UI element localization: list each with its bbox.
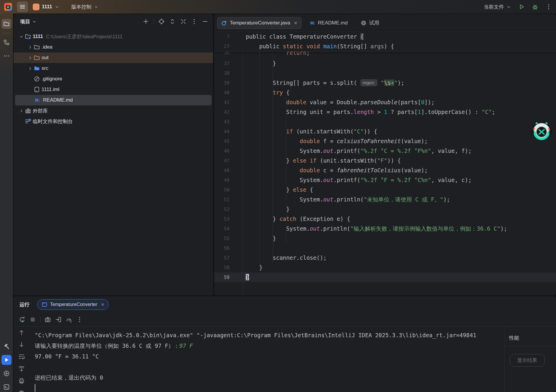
editor-tab-TemperatureConverter.java[interactable]: TemperatureConverter.java×: [217, 17, 301, 29]
collapse-all-button[interactable]: [180, 18, 187, 25]
line-number: 57: [214, 253, 230, 263]
run-panel-title: 运行: [19, 301, 29, 308]
regex-inlay-hint: regex:: [360, 79, 377, 86]
tree-row-.idea[interactable]: .idea: [14, 42, 213, 52]
line-number: 39: [214, 78, 230, 88]
chevron-right-icon[interactable]: [28, 55, 33, 60]
code-line[interactable]: 41 double value = Double.parseDouble(par…: [214, 97, 556, 107]
prev-occurrence-button[interactable]: [18, 329, 25, 336]
tree-row-1111[interactable]: 1111C:\Users\王彦舒\IdeaProjects\1111: [14, 31, 213, 42]
run-button[interactable]: [518, 4, 525, 10]
code-line[interactable]: 43: [214, 117, 556, 127]
more-actions-button[interactable]: [545, 4, 552, 10]
code-line[interactable]: 48 double c = fahrenheitToCelsius(value)…: [214, 166, 556, 175]
project-tool-window[interactable]: [1, 19, 11, 29]
chevron-right-icon[interactable]: [28, 45, 33, 50]
run-tool-window[interactable]: [1, 355, 11, 365]
line-number: 53: [214, 214, 230, 224]
code-line[interactable]: 54 System.out.println("输入解析失败，请按示例输入数值与单…: [214, 224, 556, 234]
profiler-button[interactable]: [66, 316, 72, 323]
rerun-button[interactable]: [19, 316, 25, 323]
chevron-right-icon[interactable]: [28, 66, 33, 71]
project-name: 1111: [42, 4, 52, 10]
code-line[interactable]: 49 System.out.printf("%.2f °F = %.2f °C%…: [214, 175, 556, 185]
vcs-widget[interactable]: 版本控制: [71, 4, 99, 10]
services-tool-window[interactable]: [1, 368, 11, 378]
build-tool-window[interactable]: [1, 341, 11, 351]
terminal-tool-window[interactable]: [1, 382, 11, 392]
console-output[interactable]: "C:\Program Files\Java\jdk-25.0.2\bin\ja…: [35, 330, 494, 392]
code-line[interactable]: 52 }: [214, 204, 556, 214]
line-number: 40: [214, 88, 230, 97]
hamburger-icon: [19, 4, 26, 10]
file-icon: [34, 86, 40, 93]
project-avatar: [33, 4, 39, 10]
next-occurrence-button[interactable]: [18, 341, 25, 348]
code-line[interactable]: 44 if (unit.startsWith("C")) {: [214, 127, 556, 136]
code-line[interactable]: 45 double f = celsiusToFahrenheit(value)…: [214, 136, 556, 146]
more-tool-windows[interactable]: [1, 51, 11, 61]
tree-item-label: .idea: [42, 44, 52, 50]
tree-row-.gitignore[interactable]: .gitignore: [14, 74, 213, 84]
scroll-to-end-button[interactable]: [18, 365, 25, 372]
console-more-button[interactable]: [76, 316, 83, 323]
close-icon[interactable]: ×: [101, 302, 104, 308]
chevron-down-icon[interactable]: [32, 19, 37, 24]
code-line[interactable]: 47 } else if (unit.startsWith("F")) {: [214, 156, 556, 166]
code-line[interactable]: 39 String[] parts = s.split( regex: "\s+…: [214, 78, 556, 88]
console-line: [35, 362, 494, 372]
tree-row-README.md[interactable]: M↓README.md: [15, 95, 212, 105]
main-menu-button[interactable]: [17, 1, 28, 12]
run-tab[interactable]: TemperatureConverter ×: [37, 299, 109, 310]
sticky-lines: 7public class TemperatureConverter {27 p…: [214, 32, 556, 52]
code-line[interactable]: 56: [214, 243, 556, 253]
stop-button[interactable]: [29, 316, 36, 323]
code-line[interactable]: 37 }: [214, 59, 556, 68]
import-button[interactable]: [55, 316, 62, 323]
structure-tool-window[interactable]: [1, 37, 11, 47]
tree-row-item[interactable]: 临时文件和控制台: [14, 116, 213, 127]
chevron-down-icon[interactable]: [19, 34, 24, 39]
screenshot-button[interactable]: [44, 316, 51, 323]
code-line[interactable]: 59}: [214, 272, 556, 282]
hide-panel-button[interactable]: [202, 18, 208, 25]
line-number: 42: [214, 107, 230, 117]
close-icon[interactable]: ×: [294, 20, 297, 26]
code-line[interactable]: 36 return;: [214, 52, 556, 58]
debug-button[interactable]: [532, 4, 538, 10]
line-number: 27: [214, 42, 230, 51]
code-line[interactable]: 51 System.out.println("未知单位，请使用 C 或 F。")…: [214, 195, 556, 204]
code-line[interactable]: 53 } catch (Exception e) {: [214, 214, 556, 224]
code-line[interactable]: 55 }: [214, 234, 556, 243]
code-line[interactable]: 50 } else {: [214, 185, 556, 195]
code-line[interactable]: 40 try {: [214, 88, 556, 97]
performance-title: 性能: [509, 335, 519, 341]
run-configuration-selector[interactable]: 当前文件: [484, 4, 511, 10]
show-results-button[interactable]: 显示结果: [510, 354, 545, 367]
tree-row-src[interactable]: src: [14, 63, 213, 74]
project-widget[interactable]: 1111: [33, 4, 60, 10]
editor-tab-tab[interactable]: 试用: [357, 17, 383, 29]
print-button[interactable]: [18, 378, 25, 384]
clear-button[interactable]: [18, 390, 25, 392]
code-line[interactable]: 58 }: [214, 263, 556, 272]
code-line[interactable]: 57 scanner.close();: [214, 253, 556, 263]
tree-row-item[interactable]: 外部库: [14, 105, 213, 116]
editor-tab-README.md[interactable]: M↓README.md: [306, 17, 352, 29]
code-line[interactable]: 42 String unit = parts.length > 1 ? part…: [214, 107, 556, 117]
code-line[interactable]: 46 System.out.printf("%.2f °C = %.2f °F%…: [214, 146, 556, 156]
code-line[interactable]: 27 public static void main(String[] args…: [214, 42, 556, 51]
chevron-right-icon[interactable]: [19, 108, 24, 113]
select-opened-file-button[interactable]: [158, 18, 165, 25]
code-line[interactable]: 38: [214, 68, 556, 78]
project-panel: 项目 1111C:\Users\王彦舒\IdeaProjects\1111.id…: [14, 14, 213, 295]
soft-wrap-button[interactable]: [18, 353, 25, 360]
code-line[interactable]: 7public class TemperatureConverter {: [214, 32, 556, 42]
add-button[interactable]: [143, 18, 149, 25]
options-button[interactable]: [191, 18, 197, 25]
tree-row-out[interactable]: out: [14, 52, 213, 63]
expand-all-button[interactable]: [169, 18, 176, 25]
code-area[interactable]: 37 }3839 String[] parts = s.split( regex…: [214, 59, 556, 282]
tree-row-1111.iml[interactable]: 1111.iml: [14, 84, 213, 95]
tab-label: 试用: [369, 19, 379, 26]
